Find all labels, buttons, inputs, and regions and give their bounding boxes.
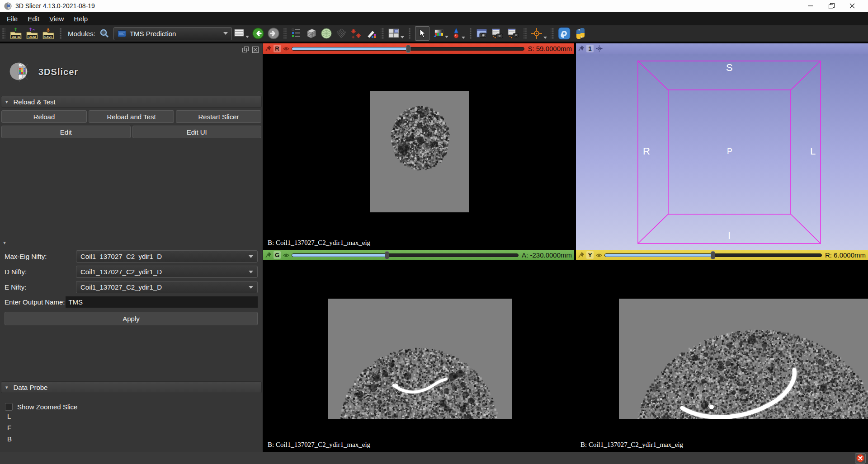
red-slice-view[interactable]: B: Coil1_137027_C2_ydir1_max_eig [263,54,574,250]
data-probe-section-header[interactable]: ▾ Data Probe [1,381,262,393]
scene-view-restore-button[interactable] [507,28,520,40]
annotations-button[interactable] [365,28,377,40]
module-selector-value: TMS Prediction [130,30,223,37]
pin-icon[interactable] [265,252,271,258]
menu-help[interactable]: Help [69,13,93,24]
minimize-button[interactable] [800,0,821,12]
visibility-eye-icon[interactable] [596,253,602,258]
menu-view[interactable]: View [44,13,69,24]
python-console-button[interactable] [574,27,587,40]
menu-bar: File Edit View Help [0,12,868,25]
interaction-mode-cursor-button[interactable] [415,26,429,41]
toolbar-grip[interactable] [59,28,62,39]
window-level-icon [433,28,444,39]
visibility-eye-icon[interactable] [283,253,289,258]
toolbar-separator [524,28,527,39]
red-offset-value: S: 59.0000mm [528,45,572,52]
menu-edit[interactable]: Edit [23,13,44,24]
edit-ui-button[interactable]: Edit UI [132,126,262,138]
show-zoomed-slice-checkbox[interactable] [5,403,13,411]
module-history-button[interactable] [233,28,249,39]
pin-icon[interactable] [578,46,584,52]
load-dicom-icon: DCM [25,28,39,40]
axial-slice-image[interactable] [370,91,469,212]
sagittal-slice-image[interactable] [619,299,868,419]
pin-icon[interactable] [578,252,584,258]
green-slice-offset-slider[interactable] [292,252,519,259]
reload-test-section-header[interactable]: ▾ Reload & Test [1,96,262,108]
yellow-slice-view[interactable]: B: Coil1_137027_C2_ydir1_max_eig [576,260,868,452]
load-data-button[interactable]: DATA [9,28,23,40]
probe-row-l: L [7,411,263,422]
reload-and-test-button[interactable]: Reload and Test [89,110,174,123]
extensions-icon [557,27,571,40]
restart-slicer-button[interactable]: Restart Slicer [176,110,261,123]
undock-panel-icon[interactable] [242,46,249,53]
restore-button[interactable] [821,0,842,12]
visibility-eye-icon[interactable] [283,46,289,52]
modules-label: Modules: [68,30,95,37]
apply-button[interactable]: Apply [5,312,258,325]
chevron-down-icon [249,286,253,289]
red-slice-label[interactable]: R [274,45,281,52]
reload-button[interactable]: Reload [1,110,87,123]
max-eig-nifty-value: Coil1_137027_C2_ydir1_D [80,253,249,260]
menu-file[interactable]: File [2,13,23,24]
screenshot-button[interactable] [476,28,488,40]
toolbar-grip[interactable] [2,28,5,39]
output-name-input[interactable] [66,296,258,308]
red-corner-annotation: B: Coil1_137027_C2_ydir1_max_eig [268,239,370,247]
markups-button[interactable] [350,28,362,40]
window-level-button[interactable] [433,28,448,39]
yellow-slice-offset-slider[interactable] [604,252,822,259]
spin-view-icon[interactable] [596,45,603,52]
history-forward-button[interactable] [267,27,280,40]
orientation-label-left: L [810,145,816,157]
collapsed-section-triangle[interactable]: ▾ [3,240,263,245]
save-button[interactable]: SAVE [42,28,55,40]
output-name-label: Enter Output Name: [5,298,65,306]
extensions-manager-button[interactable] [557,27,571,40]
place-fiducial-button[interactable] [451,27,465,40]
orientation-label-posterior: P [727,147,732,156]
green-slice-controller-bar: G A: -230.0000mm [263,250,574,260]
slider-handle[interactable] [406,45,410,53]
yellow-slice-label[interactable]: Y [586,251,594,259]
green-slice-label[interactable]: G [274,251,281,259]
green-offset-value: A: -230.0000mm [522,251,572,259]
d-nifty-combobox[interactable]: Coil1_137027_C2_ydir1_D [76,266,258,278]
orientation-label-right: R [643,145,650,157]
python-icon [574,27,587,40]
module-search-button[interactable] [99,28,109,38]
module-selector-combobox[interactable]: TMS Prediction [113,27,232,40]
show-module-panel-button[interactable] [290,28,302,39]
surface-models-button[interactable] [320,27,333,40]
e-nifty-combobox[interactable]: Coil1_137027_C2_ydir1_D [76,281,258,293]
crosshair-button[interactable] [530,27,547,40]
threed-view[interactable]: S R P L I [576,54,868,250]
green-slice-view[interactable]: B: Coil1_137027_C2_ydir1_max_eig [263,260,574,452]
layout-selector-button[interactable] [387,28,404,39]
slider-handle[interactable] [385,251,389,259]
app-logo-icon [4,2,12,10]
history-back-button[interactable] [252,27,264,40]
dark-grid-cube-icon [335,28,347,39]
volume-rendering-button[interactable] [335,28,347,39]
scene-view-capture-button[interactable] [491,28,504,40]
threed-view-label[interactable]: 1 [586,45,594,52]
red-asterisk-icon [350,28,362,40]
close-panel-icon[interactable] [252,46,259,53]
coronal-slice-image[interactable] [328,299,512,419]
red-slice-offset-slider[interactable] [292,45,524,52]
slicer-brand-text: 3DSlicer [38,67,78,77]
close-button[interactable] [842,0,863,12]
max-eig-nifty-combobox[interactable]: Coil1_137027_C2_ydir1_D [76,250,258,262]
sample-data-cube-button[interactable] [305,27,317,40]
pin-icon[interactable] [265,46,271,52]
save-label: SAVE [44,35,53,38]
status-bar [0,452,868,464]
error-log-button[interactable] [855,453,866,464]
edit-button[interactable]: Edit [1,126,131,138]
load-dicom-button[interactable]: DCM [25,28,39,40]
slider-handle[interactable] [711,251,715,259]
